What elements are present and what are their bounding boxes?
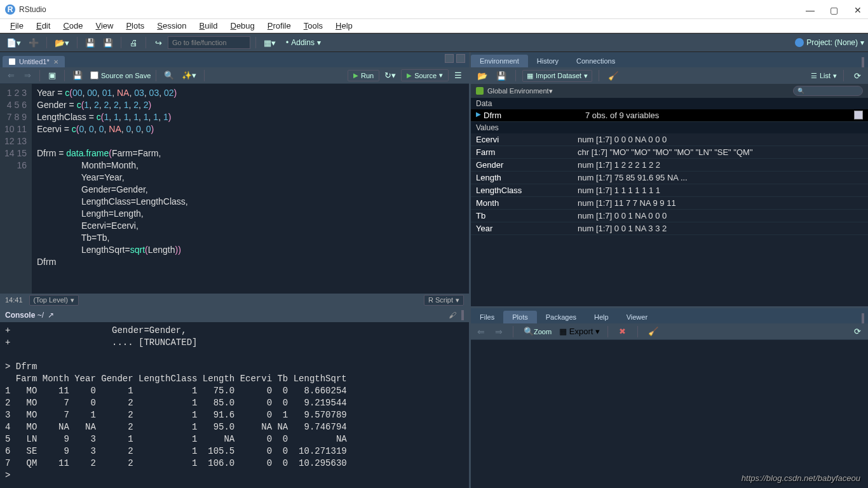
menu-view[interactable]: View: [90, 20, 118, 32]
menu-help[interactable]: Help: [330, 20, 358, 32]
remove-plot-button[interactable]: ✖: [616, 325, 630, 339]
zoom-button[interactable]: 🔍 Zoom: [521, 325, 554, 339]
export-button[interactable]: ▦ Export ▾: [559, 327, 600, 336]
scope-dropdown[interactable]: (Top Level) ▾: [29, 295, 79, 306]
console-path-arrow-icon[interactable]: ↗: [48, 311, 54, 320]
tab-viewer[interactable]: Viewer: [618, 311, 656, 323]
source-toolbar: ⇐ ⇒ ▣ 💾 Source on Save 🔍 ✨▾ ▶Run ↻▾ ▶Sou…: [0, 67, 469, 84]
refresh-env-button[interactable]: ⟳: [850, 69, 864, 83]
code-content[interactable]: Year = c(00, 00, 01, NA, 03, 03, 02) Gen…: [32, 84, 469, 294]
console-maximize-button[interactable]: [463, 310, 464, 320]
env-value-row[interactable]: Farmchr [1:7] "MO" "MO" "MO" "MO" "LN" "…: [471, 146, 868, 159]
save-button[interactable]: 💾: [83, 36, 98, 50]
console-output[interactable]: + Gender=Gender, + .... [TRUNCATED] > Df…: [0, 322, 469, 488]
clear-console-icon[interactable]: 🖌: [449, 311, 456, 320]
clear-plots-button[interactable]: 🧹: [646, 325, 661, 339]
main-toolbar: 📄▾ ➕ 📂▾ 💾 💾 🖨 ↪ Go to file/function ▦▾ •…: [0, 33, 868, 52]
line-gutter: 1 2 3 4 5 6 7 8 9 10 11 12 13 14 15 16: [0, 84, 32, 294]
close-button[interactable]: ✕: [854, 5, 863, 14]
new-project-button[interactable]: ➕: [26, 36, 41, 50]
plots-maximize-button[interactable]: [863, 313, 864, 324]
source-tab-untitled[interactable]: Untitled1* ✕: [3, 56, 65, 67]
menu-edit[interactable]: Edit: [31, 20, 55, 32]
menu-debug[interactable]: Debug: [226, 20, 260, 32]
menu-code[interactable]: Code: [58, 20, 88, 32]
menu-file[interactable]: File: [5, 20, 29, 32]
tab-help[interactable]: Help: [585, 311, 618, 323]
close-tab-icon[interactable]: ✕: [53, 58, 58, 65]
tab-packages[interactable]: Packages: [537, 311, 585, 323]
source-button[interactable]: ▶Source ▾: [401, 69, 449, 81]
env-value-row[interactable]: Ecervinum [1:7] 0 0 0 NA 0 0 0: [471, 133, 868, 146]
run-button[interactable]: ▶Run: [348, 70, 379, 81]
save-workspace-button[interactable]: 💾: [494, 69, 509, 83]
forward-button[interactable]: ⇒: [20, 69, 34, 83]
goto-button[interactable]: ↪: [151, 36, 165, 50]
menu-session[interactable]: Session: [152, 20, 191, 32]
clear-env-button[interactable]: 🧹: [606, 69, 621, 83]
language-dropdown[interactable]: R Script ▾: [424, 295, 464, 306]
env-view-dropdown[interactable]: ☰ List ▾: [811, 72, 837, 80]
back-button[interactable]: ⇐: [4, 69, 18, 83]
new-file-button[interactable]: 📄▾: [4, 36, 24, 50]
minimize-button[interactable]: —: [806, 5, 815, 14]
tab-files[interactable]: Files: [471, 311, 503, 323]
save-all-button[interactable]: 💾: [100, 36, 116, 50]
find-button[interactable]: 🔍: [161, 69, 177, 83]
cursor-position: 14:41: [5, 296, 23, 304]
tab-history[interactable]: History: [528, 55, 567, 67]
source-on-save-checkbox[interactable]: [90, 71, 98, 79]
env-scope-label[interactable]: Global Environment: [487, 87, 549, 95]
plots-tabs: Files Plots Packages Help Viewer: [471, 308, 868, 323]
view-data-icon[interactable]: [854, 111, 863, 119]
tab-plots[interactable]: Plots: [503, 311, 536, 323]
source-pane: Untitled1* ✕ ⇐ ⇒ ▣ 💾 Source on Save 🔍: [0, 52, 469, 306]
pane-maximize-button[interactable]: [456, 54, 465, 63]
menu-tools[interactable]: Tools: [299, 20, 328, 32]
load-workspace-button[interactable]: 📂: [475, 69, 490, 83]
rstudio-icon: [795, 38, 804, 47]
env-value-row[interactable]: Gendernum [1:7] 1 2 2 2 1 2 2: [471, 159, 868, 172]
next-plot-button[interactable]: ⇒: [492, 327, 505, 337]
env-value-row[interactable]: LengthClassnum [1:7] 1 1 1 1 1 1 1: [471, 184, 868, 197]
plots-toolbar: ⇐ ⇒ 🔍 Zoom ▦ Export ▾ ✖ 🧹 ⟳: [471, 323, 868, 340]
menu-build[interactable]: Build: [194, 20, 223, 32]
env-search-input[interactable]: [793, 86, 863, 96]
tab-environment[interactable]: Environment: [471, 55, 528, 67]
maximize-button[interactable]: ▢: [830, 5, 839, 14]
console-pane: Console ~/ ↗ 🖌 + Gender=Gender, + .... […: [0, 308, 469, 488]
tab-connections[interactable]: Connections: [567, 55, 624, 67]
window-titlebar: R RStudio — ▢ ✕: [0, 0, 868, 19]
menu-plots[interactable]: Plots: [121, 20, 149, 32]
menu-profile[interactable]: Profile: [262, 20, 296, 32]
env-body: Data▶Dfrm7 obs. of 9 variablesValuesEcer…: [471, 98, 868, 306]
expand-icon[interactable]: ▶: [476, 111, 481, 120]
env-section-values: Values: [471, 122, 868, 133]
prev-plot-button[interactable]: ⇐: [475, 327, 487, 337]
env-value-row[interactable]: Yearnum [1:7] 0 0 1 NA 3 3 2: [471, 222, 868, 235]
env-value-row[interactable]: Tbnum [1:7] 0 0 1 NA 0 0 0: [471, 210, 868, 222]
env-tabs: Environment History Connections: [471, 52, 868, 67]
env-maximize-button[interactable]: [863, 57, 864, 68]
addins-dropdown[interactable]: • Addins ▾: [281, 38, 326, 47]
show-in-new-window-button[interactable]: ▣: [45, 69, 59, 83]
env-value-row[interactable]: Lengthnum [1:7] 75 85 91.6 95 NA ...: [471, 172, 868, 184]
env-data-row[interactable]: ▶Dfrm7 obs. of 9 variables: [471, 109, 868, 122]
pane-minimize-button[interactable]: [445, 54, 454, 63]
save-source-button[interactable]: 💾: [70, 69, 85, 83]
rerun-button[interactable]: ↻▾: [382, 69, 398, 83]
project-dropdown[interactable]: Project: (None) ▾: [795, 38, 864, 47]
tab-title: Untitled1*: [19, 58, 50, 65]
wand-button[interactable]: ✨▾: [179, 69, 199, 83]
refresh-plots-button[interactable]: ⟳: [850, 325, 864, 339]
code-editor[interactable]: 1 2 3 4 5 6 7 8 9 10 11 12 13 14 15 16 Y…: [0, 84, 469, 294]
goto-file-input[interactable]: Go to file/function: [168, 36, 250, 49]
grid-button[interactable]: ▦▾: [261, 36, 278, 50]
open-file-button[interactable]: 📂▾: [52, 36, 72, 50]
plots-canvas: [471, 340, 868, 488]
import-dataset-button[interactable]: ▦ Import Dataset ▾: [522, 70, 592, 82]
print-button[interactable]: 🖨: [126, 36, 140, 50]
outline-button[interactable]: ☰: [451, 69, 465, 83]
rstudio-logo-icon: R: [5, 4, 15, 15]
env-value-row[interactable]: Monthnum [1:7] 11 7 7 NA 9 9 11: [471, 197, 868, 210]
